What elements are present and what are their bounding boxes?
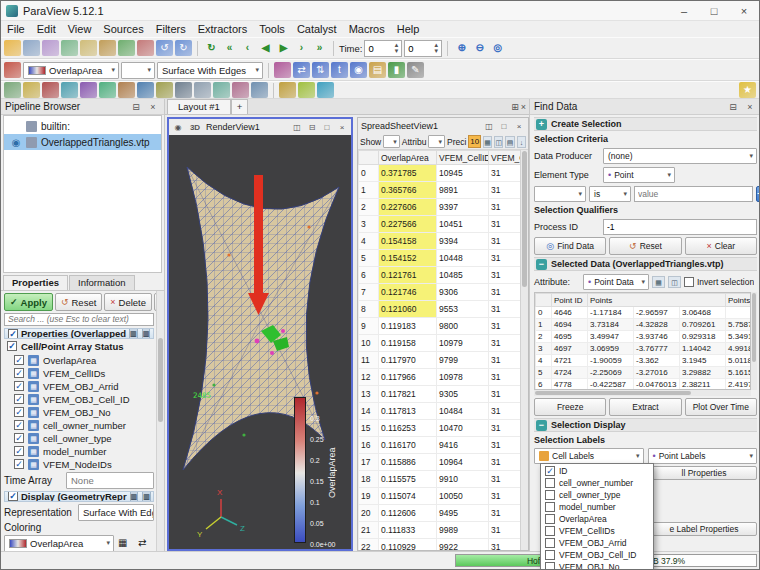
spreadsheet-tool-icon[interactable] (317, 82, 334, 98)
redo-icon[interactable]: ↻ (175, 40, 192, 56)
spreadsheet-row[interactable]: 120.1179661097831 (359, 369, 523, 386)
scrollbar-thumb[interactable] (535, 391, 691, 395)
checkbox-icon[interactable] (545, 490, 555, 500)
previous-frame-icon[interactable]: ‹ (239, 40, 256, 56)
selected-data-row[interactable]: 346973.06959-3.767771.140424.99189 (536, 343, 752, 355)
array-status-header[interactable]: ✓ Cell/Point Array Status (4, 341, 154, 351)
menu-file[interactable]: File (1, 23, 31, 35)
checkbox-icon[interactable] (545, 526, 555, 536)
spreadsheet-row[interactable]: 40.154158939431 (359, 233, 523, 250)
spreadsheet-row[interactable]: 140.1178131048431 (359, 403, 523, 420)
edit-color-map-icon[interactable]: ▦ (118, 536, 134, 550)
label-menu-item[interactable]: cell_owner_number (541, 477, 653, 489)
menu-extractors[interactable]: Extractors (192, 23, 254, 35)
spreadsheet-scrollbar[interactable] (520, 150, 528, 550)
apply-button[interactable]: ✓Apply (4, 293, 53, 311)
menu-sources[interactable]: Sources (97, 23, 149, 35)
pipeline-item[interactable]: ◉OverlappedTriangles.vtp (4, 134, 161, 150)
spreadsheet-row[interactable]: 30.2275661045131 (359, 216, 523, 233)
paste-display-icon[interactable]: ▥ (142, 491, 151, 502)
split-horizontal-icon[interactable]: ◫ (291, 123, 303, 132)
array-row[interactable]: ✓▦VFEM_OBJ_No (4, 406, 154, 419)
temporal-interpolator-filter-icon[interactable] (213, 82, 230, 98)
horizontal-scrollbar[interactable] (534, 390, 751, 396)
spreadsheet-row[interactable]: 80.121060955331 (359, 301, 523, 318)
label-menu-item[interactable]: cell_owner_type (541, 489, 653, 501)
display-section-header[interactable]: ✓ Display (GeometryRepr ▥ ▥ (4, 491, 154, 502)
checkbox-icon[interactable]: ✓ (14, 368, 24, 378)
clip-filter-icon[interactable] (42, 82, 59, 98)
tab-information[interactable]: Information (69, 275, 135, 290)
extract-button[interactable]: Extract (609, 398, 681, 416)
spreadsheet-link-icon[interactable]: ◫ (668, 276, 681, 288)
label-menu-item[interactable]: VFEM_CellIDs (541, 525, 653, 537)
checkbox-icon[interactable]: ✓ (7, 341, 17, 351)
contour-filter-icon[interactable] (23, 82, 40, 98)
spreadsheet-column-header[interactable]: VFEM_OBJ_ (489, 151, 523, 165)
delete-button[interactable]: ×Delete (104, 293, 152, 311)
time-index-spinbox[interactable]: ▲▼ (404, 40, 442, 57)
tab-layout-1[interactable]: Layout #1 (167, 99, 231, 114)
color-array-combo[interactable]: OverlapArea ▾ (23, 62, 119, 79)
edit-cell-label-properties-button[interactable]: ll Properties (651, 466, 757, 480)
column-header-points[interactable]: Points (588, 294, 726, 307)
data-producer-combo[interactable]: (none) ▾ (603, 148, 757, 164)
undock-icon[interactable]: ⊟ (726, 102, 740, 112)
spreadsheet-row[interactable]: 90.119183980031 (359, 318, 523, 335)
checkbox-icon[interactable]: ✓ (14, 459, 24, 469)
close-button[interactable]: × (729, 1, 759, 20)
copy-properties-icon[interactable]: ▥ (129, 328, 138, 339)
time-index-input[interactable] (405, 43, 431, 54)
close-icon[interactable]: × (146, 102, 160, 112)
menu-view[interactable]: View (62, 23, 98, 35)
menu-help[interactable]: Help (391, 23, 426, 35)
rescale-visible-icon[interactable]: ◉ (350, 62, 367, 78)
edit-legend-properties-icon[interactable]: ✎ (407, 62, 424, 78)
rescale-custom-range-icon[interactable]: ⇅ (312, 62, 329, 78)
checkbox-icon[interactable]: ✓ (8, 491, 18, 501)
column-header-points-magnitude[interactable]: Points_Magnitud (726, 294, 752, 307)
spreadsheet-row[interactable]: 50.1541521044831 (359, 250, 523, 267)
spreadsheet-row[interactable]: 20.227606939731 (359, 199, 523, 216)
open-file-icon[interactable] (4, 40, 21, 56)
extract-block-filter-icon[interactable] (194, 82, 211, 98)
spreadsheet-row[interactable]: 100.1191581097931 (359, 335, 523, 352)
extract-subset-filter-icon[interactable] (99, 82, 116, 98)
selection-display-header[interactable]: − Selection Display (534, 418, 757, 432)
spreadsheet-row[interactable]: 70.121746930631 (359, 284, 523, 301)
calculator-filter-icon[interactable] (4, 82, 21, 98)
spreadsheet-row[interactable]: 60.1217611048531 (359, 267, 523, 284)
edit-color-map-icon[interactable] (274, 62, 291, 78)
checkbox-icon[interactable] (545, 550, 555, 560)
toggle-column-visibility-icon[interactable]: ▦ (652, 276, 665, 288)
toggle-column-visibility-icon[interactable]: ▦ (483, 136, 492, 148)
next-frame-icon[interactable]: › (293, 40, 310, 56)
zoom-in-icon[interactable]: ⊕ (453, 40, 470, 56)
save-animation-icon[interactable] (61, 40, 78, 56)
save-screenshot-icon[interactable] (42, 40, 59, 56)
protractor-icon[interactable] (298, 82, 315, 98)
vertical-scrollbar[interactable] (751, 292, 757, 390)
warp-by-vector-filter-icon[interactable] (156, 82, 173, 98)
query-operator-combo[interactable]: is ▾ (589, 186, 631, 202)
time-value-input[interactable] (365, 43, 391, 54)
source-combo[interactable]: ▾ (383, 135, 400, 148)
rescale-temporal-icon[interactable]: t (331, 62, 348, 78)
label-menu-item[interactable]: VFEM_OBJ_Arrid (541, 537, 653, 549)
spreadsheet-row[interactable]: 00.3717851094531 (359, 165, 523, 182)
save-data-icon[interactable] (23, 40, 40, 56)
checkbox-icon[interactable] (545, 538, 555, 548)
checkbox-icon[interactable] (545, 514, 555, 524)
freeze-button[interactable]: Freeze (534, 398, 606, 416)
color-palette-icon[interactable] (4, 62, 21, 78)
component-combo[interactable]: ▾ (121, 62, 155, 79)
spreadsheet-row[interactable]: 180.115575991031 (359, 471, 523, 488)
play-icon[interactable]: ▶ (275, 40, 292, 56)
column-header[interactable] (536, 294, 552, 307)
reset-selection-button[interactable]: ↺Reset (609, 237, 681, 255)
toggle-cell-connectivity-icon[interactable]: ◫ (494, 136, 503, 148)
export-spreadsheet-icon[interactable]: ↓ (517, 136, 526, 148)
spreadsheet-row[interactable]: 130.117821930531 (359, 386, 523, 403)
spreadsheet-row[interactable]: 200.112606949531 (359, 505, 523, 522)
search-input[interactable] (4, 313, 154, 326)
